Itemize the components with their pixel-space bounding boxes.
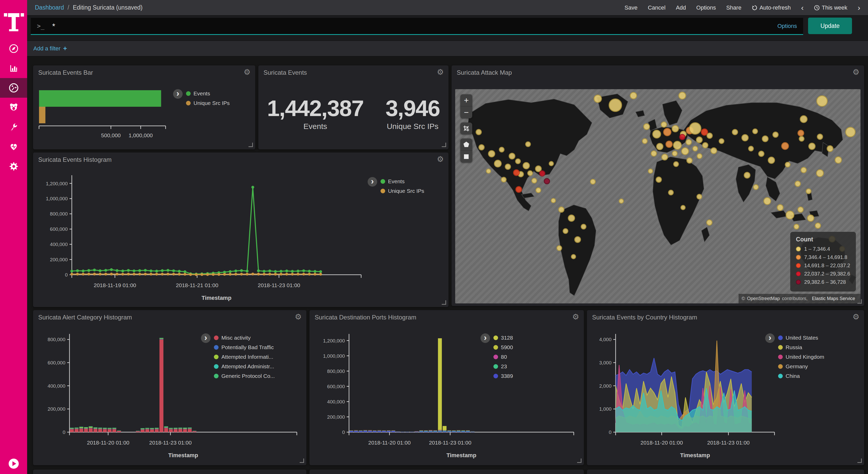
- panel-resize-handle[interactable]: [300, 458, 304, 463]
- legend-item[interactable]: 3389: [493, 373, 513, 379]
- attack-map-dot: [686, 139, 692, 145]
- panel-gear-icon[interactable]: ⚙: [295, 312, 302, 321]
- legend-item[interactable]: United States: [778, 335, 824, 341]
- attack-map-dot: [551, 198, 556, 203]
- attack-map-dot: [707, 132, 713, 139]
- panel-partial: [33, 470, 306, 474]
- legend-toggle-chevron-icon[interactable]: ›: [765, 333, 775, 343]
- attack-map-dot: [845, 127, 856, 137]
- attack-map-dot: [807, 214, 814, 222]
- panel-resize-handle[interactable]: [249, 143, 253, 147]
- panel-gear-icon[interactable]: ⚙: [852, 312, 860, 321]
- panel-title: Suricata Destination Ports Histogram: [315, 314, 416, 321]
- options-button[interactable]: Options: [696, 4, 716, 11]
- panel-gear-icon[interactable]: ⚙: [572, 312, 579, 321]
- map-zoom-out-button[interactable]: −: [460, 106, 472, 118]
- legend-item[interactable]: 5900: [493, 344, 513, 351]
- events-bar-chart: 500,0001,000,000: [35, 79, 180, 146]
- time-range-picker[interactable]: This week: [814, 4, 847, 11]
- search-input[interactable]: >_ * Options: [31, 18, 803, 35]
- legend-item[interactable]: Events: [186, 90, 230, 97]
- update-button[interactable]: Update: [808, 18, 852, 34]
- legend-item[interactable]: Unique Src IPs: [380, 188, 424, 194]
- chart-legend: › 3128590080233389: [493, 335, 513, 379]
- panel-resize-handle[interactable]: [858, 299, 862, 304]
- panel-gear-icon[interactable]: ⚙: [852, 67, 860, 77]
- map-fit-bounds-button[interactable]: [460, 122, 472, 135]
- attack-map-dot: [488, 150, 495, 157]
- legend-item[interactable]: 3128: [493, 335, 513, 341]
- legend-toggle-chevron-icon[interactable]: ›: [480, 333, 490, 343]
- legend-item[interactable]: United Kingdom: [778, 354, 824, 360]
- save-button[interactable]: Save: [625, 4, 638, 11]
- svg-text:0: 0: [63, 429, 65, 435]
- events-line-chart: 0200,000400,000600,000800,0001,000,0001,…: [36, 170, 371, 307]
- legend-toggle-chevron-icon[interactable]: ›: [201, 333, 211, 343]
- legend-item[interactable]: Events: [380, 178, 424, 184]
- sidebar-item-dev-tools[interactable]: [0, 117, 27, 137]
- attack-map-dot: [696, 137, 703, 143]
- legend-item[interactable]: Misc activity: [214, 335, 275, 341]
- legend-item[interactable]: Attempted Administr...: [214, 363, 275, 369]
- share-button[interactable]: Share: [726, 4, 741, 11]
- add-filter-link[interactable]: Add a filter +: [33, 45, 67, 53]
- panel-gear-icon[interactable]: ⚙: [244, 67, 251, 77]
- auto-refresh-button[interactable]: Auto-refresh: [752, 4, 791, 11]
- attack-map-dot: [798, 130, 804, 137]
- attack-map-dot: [663, 128, 672, 136]
- map-draw-rectangle-button[interactable]: [460, 150, 472, 162]
- panel-suricata-destination-ports: Suricata Destination Ports Histogram ⚙ 0…: [309, 310, 584, 465]
- panel-suricata-attack-map: Suricata Attack Map ⚙: [452, 65, 864, 306]
- legend-item[interactable]: China: [778, 373, 824, 379]
- add-button[interactable]: Add: [676, 4, 686, 11]
- legend-item[interactable]: Germany: [778, 363, 824, 369]
- panel-resize-handle[interactable]: [858, 458, 862, 463]
- cancel-button[interactable]: Cancel: [648, 4, 665, 11]
- attack-map-dot: [768, 157, 775, 164]
- elastic-maps-service-link[interactable]: Elastic Maps Service: [810, 295, 858, 302]
- sidebar-item-monitoring[interactable]: [0, 137, 27, 157]
- breadcrumb-dashboard[interactable]: Dashboard: [35, 4, 64, 11]
- sidebar-item-siem[interactable]: [0, 98, 27, 117]
- attack-map-dot: [764, 197, 771, 205]
- panel-resize-handle[interactable]: [577, 458, 582, 463]
- panel-resize-handle[interactable]: [442, 300, 446, 305]
- sidebar-item-discover[interactable]: [0, 39, 27, 58]
- attack-map-dot: [486, 169, 491, 174]
- openstreetmap-link[interactable]: OpenStreetMap: [747, 296, 780, 301]
- sidebar-item-visualize[interactable]: [0, 58, 27, 78]
- sidebar-item-management[interactable]: [0, 157, 27, 176]
- heartbeat-icon: [8, 142, 19, 152]
- legend-item[interactable]: 80: [493, 354, 513, 360]
- attack-map-dot: [801, 167, 807, 173]
- legend-item[interactable]: Generic Protocol Co...: [214, 373, 275, 379]
- svg-text:1,000,000: 1,000,000: [46, 196, 68, 201]
- time-forward-button[interactable]: ›: [858, 5, 860, 10]
- time-back-button[interactable]: ‹: [801, 5, 804, 10]
- metric-value: 3,946: [385, 95, 440, 121]
- legend-item[interactable]: Russia: [778, 344, 824, 351]
- legend-item[interactable]: Attempted Informati...: [214, 354, 275, 360]
- svg-text:1,000: 1,000: [599, 406, 612, 412]
- map-zoom-in-button[interactable]: +: [460, 94, 472, 106]
- legend-item[interactable]: Potentially Bad Traffic: [214, 344, 275, 351]
- map-draw-polygon-button[interactable]: [460, 139, 472, 150]
- legend-toggle-chevron-icon[interactable]: ›: [368, 177, 377, 187]
- attack-map-dot: [661, 154, 668, 160]
- legend-item[interactable]: Unique Src IPs: [186, 100, 230, 106]
- legend-item[interactable]: 23: [493, 363, 513, 369]
- query-options-link[interactable]: Options: [777, 23, 797, 29]
- sidebar-item-dashboard[interactable]: [0, 78, 27, 98]
- collapse-play-icon[interactable]: [8, 458, 20, 469]
- attack-map-dot: [501, 177, 506, 182]
- metric-unique-src-ips: 3,946 Unique Src IPs: [385, 95, 440, 131]
- attack-map-dot: [680, 205, 686, 210]
- panel-resize-handle[interactable]: [442, 143, 446, 147]
- panel-gear-icon[interactable]: ⚙: [437, 154, 444, 164]
- legend-toggle-chevron-icon[interactable]: ›: [173, 89, 183, 99]
- world-map[interactable]: + −: [455, 89, 861, 303]
- attack-map-dot: [795, 181, 801, 187]
- panel-gear-icon[interactable]: ⚙: [437, 67, 444, 77]
- attack-map-dot: [594, 95, 602, 103]
- attack-map-dot: [544, 178, 550, 184]
